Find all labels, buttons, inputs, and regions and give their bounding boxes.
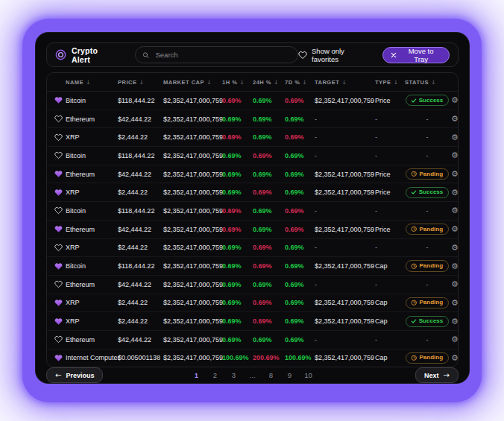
target-value: - (315, 244, 375, 251)
favorite-heart-icon[interactable] (51, 225, 66, 233)
target-value: - (315, 133, 375, 141)
row-settings-gear-icon[interactable]: ⚙ (451, 206, 459, 215)
app-header: Crypto Alert Show only favorites Move to… (46, 42, 459, 67)
page-number-3[interactable]: 3 (224, 371, 243, 379)
change-7d: 0.69% (285, 244, 315, 251)
favorite-heart-icon[interactable] (51, 299, 66, 307)
favorite-heart-icon[interactable] (51, 206, 66, 215)
coin-name: Bitcoin (66, 97, 118, 104)
row-settings-gear-icon[interactable]: ⚙ (451, 170, 459, 178)
column-header-1h-[interactable]: 1H %↓ (222, 79, 253, 86)
market-cap-value: $2,352,417,000,759 (163, 189, 222, 196)
row-settings-gear-icon[interactable]: ⚙ (451, 151, 459, 159)
change-24h: 0.69% (253, 262, 285, 270)
row-settings-gear-icon[interactable]: ⚙ (451, 133, 459, 142)
search-input[interactable] (154, 50, 292, 60)
heart-filled-icon (54, 225, 63, 233)
row-settings-gear-icon[interactable]: ⚙ (451, 115, 459, 123)
status-cell: Panding (405, 297, 450, 309)
status-cell: Panding (405, 260, 450, 272)
column-label: MARKET CAP (163, 79, 204, 86)
favorite-heart-icon[interactable] (51, 280, 66, 288)
target-value: - (315, 152, 375, 159)
sort-down-icon: ↓ (341, 79, 347, 86)
column-header-target[interactable]: TARGET↓ (315, 79, 375, 86)
favorite-heart-icon[interactable] (51, 170, 66, 178)
page-number-1[interactable]: 1 (187, 371, 206, 379)
coin-price: $2,444.22 (118, 189, 163, 196)
page-number-9[interactable]: 9 (280, 371, 299, 379)
row-settings-gear-icon[interactable]: ⚙ (451, 299, 459, 307)
change-24h: 0.69% (253, 281, 285, 288)
row-settings-gear-icon[interactable]: ⚙ (451, 335, 459, 344)
app-logo: Crypto Alert (55, 46, 119, 64)
row-settings-gear-icon[interactable]: ⚙ (451, 244, 459, 252)
heart-outline-icon (54, 115, 63, 123)
search-bar[interactable] (135, 46, 299, 63)
sort-down-icon: ↓ (302, 79, 307, 86)
alert-type: Cap (375, 262, 405, 270)
alert-type: - (375, 244, 405, 251)
sort-down-icon: ↓ (239, 79, 245, 86)
heart-outline-icon (54, 280, 63, 288)
favorite-heart-icon[interactable] (51, 317, 66, 326)
coin-price: $118,444.22 (118, 97, 163, 104)
show-only-favorites-toggle[interactable]: Show only favorites (298, 47, 373, 63)
status-label: Success (419, 318, 443, 324)
clock-icon (411, 300, 418, 306)
row-settings-gear-icon[interactable]: ⚙ (451, 354, 459, 362)
favorite-heart-icon[interactable] (51, 335, 66, 344)
change-24h: 0.69% (253, 133, 285, 141)
status-empty: - (426, 207, 429, 215)
column-header-type[interactable]: TYPE↓ (375, 79, 405, 86)
column-header-market-cap[interactable]: MARKET CAP↓ (163, 79, 222, 86)
row-settings-gear-icon[interactable]: ⚙ (451, 280, 459, 288)
favorite-heart-icon[interactable] (51, 189, 66, 197)
page-ellipsis: … (243, 371, 262, 379)
coin-price: $2,444.22 (118, 244, 163, 251)
clock-icon (411, 171, 418, 177)
change-1h: 0.69% (222, 207, 253, 215)
coin-name: Ethereum (66, 226, 118, 233)
sort-down-icon: ↓ (394, 79, 399, 86)
crypto-alert-logo-icon (55, 49, 66, 60)
status-label: Success (419, 98, 443, 104)
column-header-name[interactable]: NAME↓ (66, 79, 118, 86)
change-7d: 0.69% (285, 281, 315, 288)
move-to-tray-button[interactable]: Move to Tray (382, 47, 450, 63)
target-value: - (315, 207, 375, 215)
page-number-10[interactable]: 10 (299, 371, 318, 379)
column-header-status[interactable]: STATUS↓ (405, 79, 450, 86)
column-header-price[interactable]: PRICE↓ (118, 79, 163, 86)
table-row: Ethereum $42,444.22 $2,352,417,000,759 0… (47, 110, 458, 129)
show-only-favorites-label: Show only favorites (312, 47, 373, 63)
previous-page-button[interactable]: ← Previous (46, 367, 103, 383)
target-value: $2,352,417,000,759 (315, 171, 375, 178)
favorite-heart-icon[interactable] (51, 96, 66, 104)
row-settings-gear-icon[interactable]: ⚙ (451, 189, 459, 197)
change-7d: 0.69% (285, 207, 315, 215)
row-settings-gear-icon[interactable]: ⚙ (451, 317, 459, 326)
alert-type: - (375, 115, 405, 123)
page-number-2[interactable]: 2 (206, 371, 224, 379)
page-number-8[interactable]: 8 (262, 371, 280, 379)
column-header-7d-[interactable]: 7D %↓ (285, 79, 315, 86)
column-header-24h-[interactable]: 24H %↓ (253, 79, 285, 86)
table-header-row: NAME↓PRICE↓MARKET CAP↓1H %↓24H %↓7D %↓TA… (47, 73, 458, 92)
target-value: $2,352,417,000,759 (315, 226, 375, 233)
change-24h: 0.69% (253, 115, 285, 123)
change-24h: 0.69% (253, 171, 285, 178)
favorite-heart-icon[interactable] (51, 133, 66, 142)
next-page-button[interactable]: Next → (415, 367, 459, 383)
row-settings-gear-icon[interactable]: ⚙ (451, 225, 459, 233)
coin-name: XRP (66, 244, 118, 251)
favorite-heart-icon[interactable] (51, 115, 66, 123)
favorite-heart-icon[interactable] (51, 151, 66, 159)
favorite-heart-icon[interactable] (51, 244, 66, 252)
row-settings-gear-icon[interactable]: ⚙ (451, 96, 459, 104)
status-empty: - (426, 115, 429, 123)
favorite-heart-icon[interactable] (51, 354, 66, 362)
favorite-heart-icon[interactable] (51, 262, 66, 270)
coin-price: $118,444.22 (118, 152, 163, 159)
row-settings-gear-icon[interactable]: ⚙ (451, 262, 459, 270)
